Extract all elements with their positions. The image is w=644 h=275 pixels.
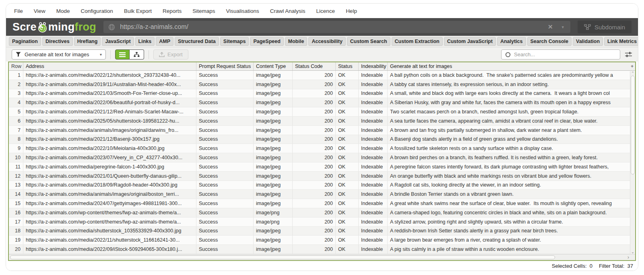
cell-address[interactable]: https://a-z-animals.com/media/2024/07/ge… [23,199,196,208]
cell-status[interactable]: OK [336,190,359,199]
cell-prompt-status[interactable]: Success [196,162,254,171]
cell-status[interactable]: OK [336,162,359,171]
menu-item-sitemaps[interactable]: Sitemaps [192,8,215,14]
cell-address[interactable]: https://a-z-animals.com/media/2022/11/sh… [23,236,196,244]
cell-status-code[interactable]: 200 [293,107,336,116]
table-row[interactable]: 15 https://a-z-animals.com/media/2024/07… [9,199,635,208]
table-row[interactable]: 11 https://a-z-animals.com/media/peregri… [9,162,635,172]
search-settings-icon[interactable] [625,51,632,57]
cell-status-code[interactable]: 200 [293,135,336,144]
column-header-indexability[interactable]: Indexability [359,62,388,70]
cell-address[interactable]: https://a-z-animals.com/media/shuttersto… [23,227,196,236]
cell-alt-text[interactable]: A ball python coils on a black backgroun… [388,71,635,80]
url-input[interactable]: https://a-z-animals.com/ ✕ ▾ [103,21,570,33]
column-header-status-code[interactable]: Status Code [293,62,336,70]
tab-directives[interactable]: Directives [42,37,73,46]
cell-indexability[interactable]: Indexable [359,181,388,190]
cell-alt-text[interactable]: A pig sits calmly in a pile of straw wit… [388,245,635,254]
cell-alt-text[interactable]: A stylized arrow, pointing right and sli… [388,218,635,226]
menu-item-configuration[interactable]: Configuration [81,8,113,14]
cell-address[interactable]: https://a-z-animals.com/media/peregrine-… [23,162,196,171]
cell-indexability[interactable]: Indexable [359,162,388,171]
subdomain-button[interactable]: Subdomain [578,21,632,33]
cell-status[interactable]: OK [336,107,359,116]
tab-accessibility[interactable]: Accessibility [308,37,345,46]
cell-content-type[interactable]: image/jpeg [254,162,293,171]
filter-dropdown[interactable]: Generate alt text for images ▾ [12,49,106,60]
table-row[interactable]: 20 https://a-z-animals.com/media/2022/09… [9,245,635,254]
column-header-content-type[interactable]: Content Type [254,62,293,70]
cell-alt-text[interactable]: A brown and tan frog sits partially subm… [388,126,635,135]
cell-row-number[interactable]: 6 [9,117,23,125]
cell-row-number[interactable]: 9 [9,144,23,153]
tab-links[interactable]: Links [135,37,155,46]
cell-status[interactable]: OK [336,89,359,98]
cell-status-code[interactable]: 200 [293,126,336,135]
cell-status-code[interactable]: 200 [293,117,336,125]
menu-item-visualisations[interactable]: Visualisations [226,8,259,14]
tab-custom-javascript[interactable]: Custom JavaScript [444,37,496,46]
cell-content-type[interactable]: image/jpeg [254,236,293,244]
cell-address[interactable]: https://a-z-animals.com/media/2022/06/be… [23,98,196,107]
cell-row-number[interactable]: 7 [9,126,23,135]
cell-indexability[interactable]: Indexable [359,227,388,236]
cell-prompt-status[interactable]: Success [196,190,254,199]
cell-prompt-status[interactable]: Success [196,126,254,135]
cell-prompt-status[interactable]: Success [196,144,254,153]
cell-prompt-status[interactable]: Success [196,218,254,226]
cell-alt-text[interactable]: A Ragdoll cat sits, looking directly at … [388,181,635,190]
tab-pagination[interactable]: Pagination [9,37,41,46]
tab-analytics[interactable]: Analytics [497,37,526,46]
cell-row-number[interactable]: 15 [9,199,23,208]
menu-item-file[interactable]: File [14,8,23,14]
export-button[interactable]: Export [153,49,188,60]
cell-status-code[interactable]: 200 [293,89,336,98]
cell-status-code[interactable]: 200 [293,227,336,236]
cell-status[interactable]: OK [336,236,359,244]
cell-content-type[interactable]: image/jpeg [254,227,293,236]
cell-address[interactable]: https://a-z-animals.com/media/2021/01/Qu… [23,172,196,181]
cell-content-type[interactable]: image/jpeg [254,135,293,144]
cell-content-type[interactable]: image/jpeg [254,172,293,181]
vertical-scrollbar-thumb[interactable] [631,76,635,174]
cell-status-code[interactable]: 200 [293,71,336,80]
column-header-row[interactable]: Row [9,62,23,70]
cell-prompt-status[interactable]: Success [196,153,254,162]
cell-address[interactable]: https://a-z-animals.com/media/2021/03/Sm… [23,89,196,98]
table-row[interactable]: 6 https://a-z-animals.com/media/2025/05/… [9,117,635,126]
cell-alt-text[interactable]: A brindle Boston Terrier stands on a vib… [388,190,635,199]
cell-indexability[interactable]: Indexable [359,190,388,199]
tab-mobile[interactable]: Mobile [285,37,308,46]
cell-alt-text[interactable]: Two scarlet macaws perch on a branch, ne… [388,107,635,116]
cell-status[interactable]: OK [336,71,359,80]
menu-item-reports[interactable]: Reports [163,8,182,14]
cell-indexability[interactable]: Indexable [359,107,388,116]
cell-alt-text[interactable]: A great white shark swims near the surfa… [388,199,635,208]
cell-row-number[interactable]: 2 [9,80,23,89]
table-row[interactable]: 14 https://a-z-animals.com/media/animals… [9,190,635,199]
scroll-right-icon[interactable]: › [627,254,629,260]
cell-indexability[interactable]: Indexable [359,71,388,80]
table-row[interactable]: 8 https://a-z-animals.com/media/2021/12/… [9,135,635,144]
cell-row-number[interactable]: 19 [9,236,23,244]
cell-status[interactable]: OK [336,245,359,254]
cell-status-code[interactable]: 200 [293,80,336,89]
cell-address[interactable]: https://a-z-animals.com/media/animals/im… [23,190,196,199]
cell-status-code[interactable]: 200 [293,153,336,162]
cell-content-type[interactable]: image/jpeg [254,144,293,153]
table-row[interactable]: 2 https://a-z-animals.com/media/2019/11/… [9,80,635,89]
table-row[interactable]: 5 https://a-z-animals.com/media/2021/12/… [9,107,635,117]
cell-row-number[interactable]: 12 [9,172,23,181]
cell-content-type[interactable]: image/jpeg [254,245,293,254]
cell-prompt-status[interactable]: Success [196,199,254,208]
tab-validation[interactable]: Validation [573,37,603,46]
cell-prompt-status[interactable]: Success [196,135,254,144]
cell-address[interactable]: https://a-z-animals.com/wp-content/theme… [23,208,196,217]
cell-indexability[interactable]: Indexable [359,80,388,89]
cell-prompt-status[interactable]: Success [196,227,254,236]
table-row[interactable]: 4 https://a-z-animals.com/media/2022/06/… [9,98,635,107]
list-view-button[interactable] [115,49,130,60]
cell-address[interactable]: https://a-z-animals.com/media/2018/09/Ra… [23,181,196,190]
cell-status-code[interactable]: 200 [293,190,336,199]
cell-alt-text[interactable]: A fossilized turtle skeleton rests on a … [388,144,635,153]
